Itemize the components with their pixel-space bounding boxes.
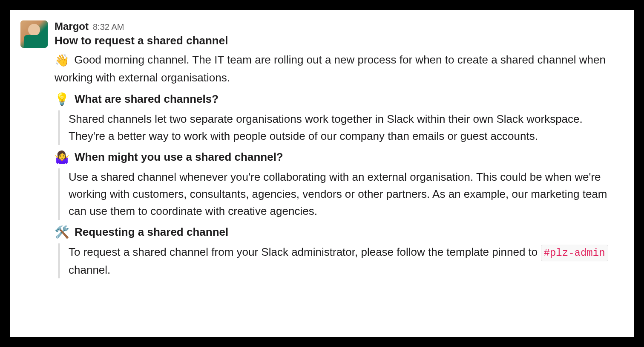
timestamp[interactable]: 8:32 AM [93,22,124,32]
body-prefix: To request a shared channel from your Sl… [69,246,541,258]
message-header: Margot 8:32 AM [55,20,617,32]
wave-emoji: 👋 [55,54,69,67]
section-body: Use a shared channel whenever you're col… [58,168,617,220]
section-title: Requesting a shared channel [75,226,228,239]
shrug-emoji-icon: 🤷‍♀️ [55,150,69,164]
intro-text: Good morning channel. The IT team are ro… [55,53,606,84]
bulb-emoji-icon: 💡 [55,92,69,106]
section-requesting-shared-channel: 🛠️ Requesting a shared channel To reques… [55,225,617,278]
section-body: Shared channels let two separate organis… [58,110,617,145]
channel-mention[interactable]: #plz-admin [541,245,608,261]
message-content: Margot 8:32 AM How to request a shared c… [55,20,617,327]
section-body: To request a shared channel from your Sl… [58,243,617,278]
section-header: 🤷‍♀️ When might you use a shared channel… [55,150,617,164]
section-title: What are shared channels? [75,93,218,106]
section-header: 🛠️ Requesting a shared channel [55,225,617,239]
section-what-are-shared-channels: 💡 What are shared channels? Shared chann… [55,92,617,145]
section-title: When might you use a shared channel? [75,150,283,164]
username[interactable]: Margot [55,20,89,32]
user-avatar[interactable] [20,20,48,48]
tools-emoji-icon: 🛠️ [55,225,69,239]
body-suffix: channel. [69,263,110,276]
section-header: 💡 What are shared channels? [55,92,617,106]
message-intro: 👋 Good morning channel. The IT team are … [55,52,617,86]
section-when-use-shared-channel: 🤷‍♀️ When might you use a shared channel… [55,150,617,220]
slack-message: Margot 8:32 AM How to request a shared c… [10,10,634,337]
message-title: How to request a shared channel [55,34,617,47]
